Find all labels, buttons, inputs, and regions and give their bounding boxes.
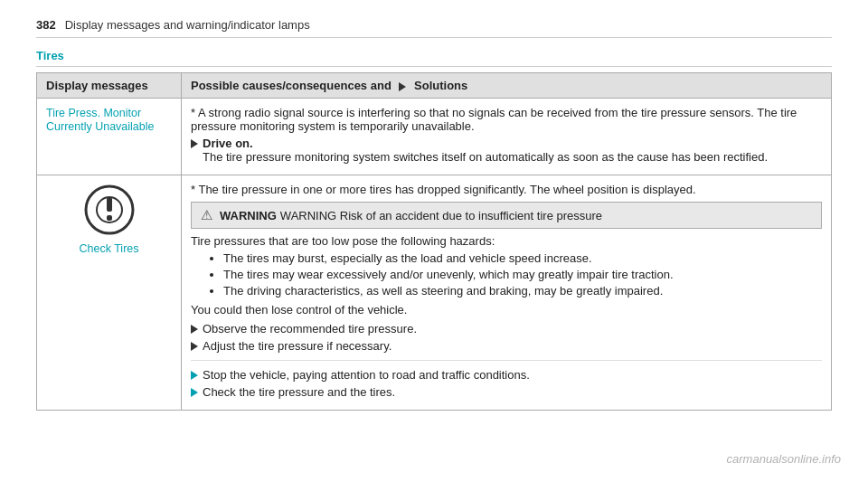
table-row-2: Check Tires * The tire pressure in one o… [37, 175, 832, 411]
hazard-list: The tires may burst, especially as the l… [209, 251, 822, 298]
action-observe: Observe the recommended tire pressure. [191, 322, 822, 336]
page-header: 382 Display messages and warning/indicat… [36, 18, 832, 38]
page-number: 382 [36, 18, 56, 32]
list-item: The driving characteristics, as well as … [223, 284, 822, 298]
display-message-cell-1: Tire Press. Monitor Currently Unavailabl… [37, 99, 182, 175]
action-check-text: Check the tire pressure and the tires. [203, 385, 395, 399]
svg-rect-2 [107, 197, 112, 212]
main-table: Display messages Possible causes/consequ… [36, 72, 832, 411]
warning-text: WARNING Risk of an accident due to insuf… [280, 209, 602, 222]
warning-triangle-icon: ⚠ [201, 207, 212, 223]
table-row: Tire Press. Monitor Currently Unavailabl… [37, 99, 832, 175]
solution-bullet-2: * The tire pressure in one or more tires… [191, 183, 822, 196]
col-header-solutions: Possible causes/consequences and Solutio… [182, 73, 832, 99]
watermark: carmanualsonline.info [727, 452, 841, 466]
action-stop: Stop the vehicle, paying attention to ro… [191, 368, 822, 382]
action-adjust: Adjust the tire pressure if necessary. [191, 339, 822, 353]
arrow-icon-observe [191, 325, 198, 334]
section-title: Tires [36, 49, 832, 67]
arrow-icon-1 [191, 139, 198, 148]
check-tires-icon [73, 183, 146, 237]
page-title: Display messages and warning/indicator l… [65, 18, 310, 32]
arrow-icon-check [191, 388, 198, 397]
action-sub-1: The tire pressure monitoring system swit… [203, 150, 768, 164]
action-item-1: Drive on. The tire pressure monitoring s… [191, 137, 822, 164]
svg-rect-3 [107, 215, 112, 221]
list-item: The tires may wear excessively and/or un… [223, 268, 822, 281]
action-label-1: Drive on. [203, 137, 253, 150]
solutions-cell-1: * A strong radio signal source is interf… [182, 99, 832, 175]
warning-box: ⚠ WARNING WARNING Risk of an accident du… [191, 202, 822, 229]
solutions-arrow-icon [399, 82, 406, 91]
bottom-actions: Stop the vehicle, paying attention to ro… [191, 360, 822, 399]
lose-control-text: You could then lose control of the vehic… [191, 303, 822, 317]
action-adjust-text: Adjust the tire pressure if necessary. [203, 339, 392, 353]
arrow-icon-adjust [191, 342, 198, 351]
display-message-cell-2: Check Tires [37, 175, 182, 411]
check-tires-label: Check Tires [46, 242, 172, 255]
warning-label: WARNING [220, 209, 277, 222]
list-item: The tires may burst, especially as the l… [223, 251, 822, 265]
action-check: Check the tire pressure and the tires. [191, 385, 822, 399]
col-header-display: Display messages [37, 73, 182, 99]
display-message-link-1: Tire Press. Monitor Currently Unavailabl… [46, 107, 155, 133]
solution-bullet-1: * A strong radio signal source is interf… [191, 106, 822, 133]
action-observe-text: Observe the recommended tire pressure. [203, 322, 417, 336]
hazard-intro: Tire pressures that are too low pose the… [191, 234, 822, 248]
arrow-icon-stop [191, 371, 198, 380]
solutions-cell-2: * The tire pressure in one or more tires… [182, 175, 832, 411]
action-stop-text: Stop the vehicle, paying attention to ro… [203, 368, 530, 382]
